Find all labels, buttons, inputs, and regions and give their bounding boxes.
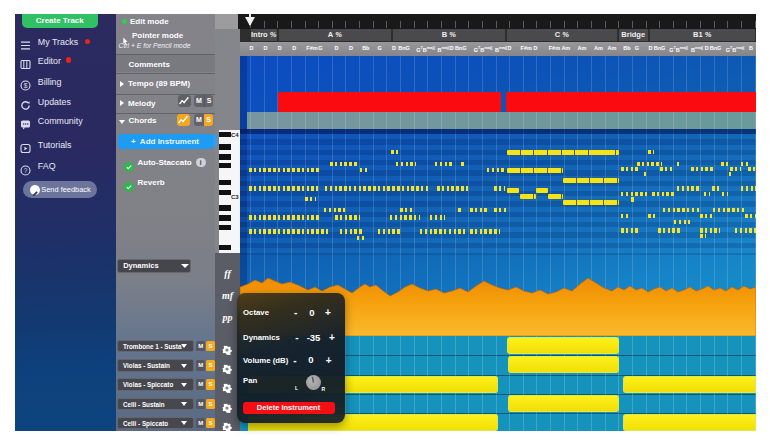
svg-text:$: $: [24, 82, 28, 89]
svg-text:?: ?: [24, 167, 28, 174]
